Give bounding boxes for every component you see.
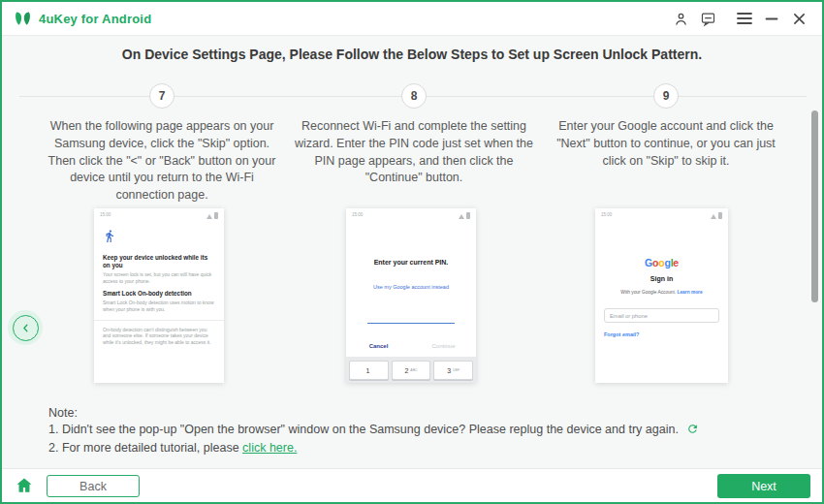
refresh-icon[interactable] bbox=[686, 423, 699, 440]
wifi-icon bbox=[459, 214, 464, 219]
pin-continue-label: Continue bbox=[411, 343, 476, 349]
click-here-link[interactable]: click here. bbox=[242, 441, 297, 455]
menu-icon[interactable] bbox=[733, 7, 756, 30]
step-number-8: 8 bbox=[401, 83, 427, 109]
learn-more-link: Learn more bbox=[678, 290, 703, 295]
pin-google-account-link: Use my Google account instead bbox=[346, 284, 476, 290]
back-button[interactable]: Back bbox=[47, 475, 140, 497]
minimize-icon[interactable] bbox=[760, 7, 783, 30]
account-icon[interactable] bbox=[669, 7, 692, 30]
app-logo: 4uKey for Android bbox=[14, 11, 151, 27]
forgot-email-link: Forgot email? bbox=[604, 331, 639, 337]
app-window: 4uKey for Android bbox=[0, 0, 824, 504]
google-signin-subtitle: With your Google Account. Learn more bbox=[595, 290, 728, 295]
pin-keypad: 1 2 ABC 3 DEF bbox=[346, 357, 476, 383]
smart-lock-heading-1: Keep your device unlocked while its on y… bbox=[103, 254, 215, 269]
note-section: Note: 1. Didn't see the pop-up "Open the… bbox=[48, 405, 699, 457]
pin-actions: Cancel Continue bbox=[346, 343, 476, 349]
step-9-description: Enter your Google account and click the … bbox=[544, 118, 788, 170]
divider bbox=[94, 320, 224, 321]
wifi-icon bbox=[711, 214, 716, 219]
step-number-9: 9 bbox=[653, 83, 679, 109]
smart-lock-body-2: Smart Lock On-body detection uses motion… bbox=[103, 299, 215, 313]
smart-lock-heading-2: Smart Lock On-body detection bbox=[103, 290, 215, 298]
next-button[interactable]: Next bbox=[717, 474, 810, 498]
step-number-7: 7 bbox=[149, 83, 174, 109]
page-title: On Device Settings Page, Please Follow t… bbox=[2, 47, 822, 62]
note-line-1: 1. Didn't see the pop-up "Open the brows… bbox=[48, 422, 699, 440]
footer-bar: Back Next bbox=[2, 468, 822, 502]
phone-status-bar: 15:00 bbox=[346, 208, 476, 219]
wifi-icon bbox=[206, 214, 212, 219]
keypad-key-1: 1 bbox=[349, 361, 389, 380]
note-line-2: 2. For more detailed tutorial, please cl… bbox=[48, 440, 699, 457]
google-email-field: Email or phone bbox=[604, 308, 719, 323]
battery-icon bbox=[466, 212, 470, 219]
google-signin-title: Sign in bbox=[595, 275, 728, 282]
logo-icon bbox=[14, 11, 32, 27]
phone-time: 15:00 bbox=[601, 212, 612, 217]
smart-lock-body-3: On-body detection can't distinguish betw… bbox=[103, 327, 215, 346]
step-8-description: Reconnect Wi-Fi and complete the setting… bbox=[292, 118, 536, 187]
keypad-key-3: 3 DEF bbox=[433, 361, 473, 380]
pin-input-underline bbox=[367, 323, 455, 324]
app-title: 4uKey for Android bbox=[39, 12, 151, 26]
step-7-description: When the following page appears on your … bbox=[40, 118, 284, 205]
phone-time: 15:00 bbox=[352, 212, 363, 217]
phone-screenshot-pin: 15:00 Enter your current PIN. Use my Goo… bbox=[346, 208, 476, 383]
close-icon[interactable] bbox=[787, 7, 810, 30]
battery-icon bbox=[214, 212, 218, 219]
note-label: Note: bbox=[48, 405, 699, 422]
phone-time: 15:00 bbox=[100, 212, 111, 217]
walking-person-icon bbox=[103, 229, 116, 243]
back-circle-button[interactable] bbox=[8, 310, 43, 345]
phone-status-bar: 15:00 bbox=[94, 208, 224, 219]
pin-cancel-label: Cancel bbox=[346, 343, 411, 349]
phone-screenshot-smart-lock: 15:00 Keep your device unlocked while it… bbox=[94, 208, 224, 383]
google-logo: Google bbox=[595, 257, 728, 268]
home-icon[interactable] bbox=[15, 476, 34, 498]
scrollbar-thumb[interactable] bbox=[811, 110, 818, 302]
feedback-icon[interactable] bbox=[696, 7, 719, 30]
chevron-left-icon bbox=[13, 315, 39, 341]
phone-status-bar: 15:00 bbox=[595, 208, 728, 219]
phone-screenshot-google-signin: 15:00 Google Sign in With your Google Ac… bbox=[595, 208, 728, 383]
titlebar-controls bbox=[669, 7, 810, 30]
battery-icon bbox=[718, 212, 722, 219]
pin-title: Enter your current PIN. bbox=[346, 259, 476, 266]
keypad-key-2: 2 ABC bbox=[392, 361, 431, 380]
smart-lock-body-1: Your screen lock is set, but you can sti… bbox=[103, 271, 215, 285]
titlebar: 4uKey for Android bbox=[2, 2, 822, 36]
